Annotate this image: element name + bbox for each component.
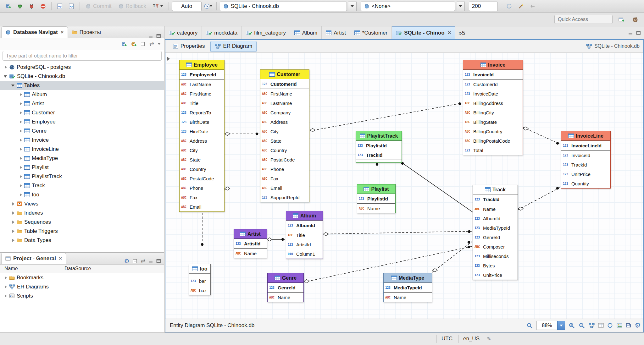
maximize-icon[interactable] xyxy=(156,34,161,38)
entity-customer[interactable]: Customer123CustomerIdABCFirstNameABCLast… xyxy=(260,69,309,202)
view-menu-icon[interactable] xyxy=(158,43,160,45)
tree-item-track[interactable]: Track xyxy=(0,181,164,190)
entity-column-quantity[interactable]: 123Quantity xyxy=(561,179,610,188)
magic-wand-button[interactable] xyxy=(516,1,526,11)
expander-icon[interactable] xyxy=(18,183,24,188)
entity-header[interactable]: InvoiceLine xyxy=(561,131,610,141)
expander-icon[interactable] xyxy=(3,64,8,70)
entity-column-title[interactable]: ABCTitle xyxy=(286,230,323,240)
entity-playlist[interactable]: Playlist123PlaylistIdABCName xyxy=(357,184,396,213)
entity-column-invoiceid[interactable]: 123InvoiceId xyxy=(463,70,523,79)
entity-column-bar[interactable]: 123bar xyxy=(189,276,210,286)
connect-icon[interactable] xyxy=(15,1,25,11)
entity-column-customerid[interactable]: 123CustomerId xyxy=(260,79,309,89)
entity-album[interactable]: Album123AlbumIdABCTitle123ArtistId010Col… xyxy=(286,211,323,259)
entity-header[interactable]: Genre xyxy=(268,273,303,283)
zoom-value[interactable]: 88% xyxy=(536,321,557,330)
entity-header[interactable]: Track xyxy=(473,185,518,194)
gear-icon[interactable]: ⚙ xyxy=(124,258,130,264)
entity-column-composer[interactable]: ABCComposer xyxy=(473,242,518,251)
entity-column-billingpostalcode[interactable]: ABCBillingPostalCode xyxy=(463,136,523,145)
entity-playlisttrack[interactable]: PlaylistTrack123PlaylistId123TrackId xyxy=(356,131,402,163)
editor-tab-category[interactable]: category xyxy=(165,26,202,39)
entity-column-employeeid[interactable]: 123EmployeeId xyxy=(180,70,224,79)
entity-column-invoicedate[interactable]: 123InvoiceDate xyxy=(463,89,523,98)
entity-column-artistid[interactable]: 123ArtistId xyxy=(234,239,267,248)
entity-header[interactable]: foo xyxy=(189,264,210,274)
expander-icon[interactable] xyxy=(18,92,24,97)
entity-track[interactable]: Track123TrackIdABCName123AlbumId123Media… xyxy=(473,185,518,280)
tab-properties[interactable]: Properties xyxy=(169,41,209,52)
expander-icon[interactable] xyxy=(18,165,24,170)
entity-column-state[interactable]: ABCState xyxy=(180,155,224,164)
entity-column-title[interactable]: ABCTitle xyxy=(180,98,224,108)
column-header-datasource[interactable]: DataSource xyxy=(61,266,91,271)
invalidate-icon[interactable] xyxy=(38,1,48,11)
entity-column-billingcountry[interactable]: ABCBillingCountry xyxy=(463,127,523,136)
maximize-icon[interactable] xyxy=(156,259,161,263)
entity-column-lastname[interactable]: ABCLastName xyxy=(180,79,224,89)
entity-column-invoicelineid[interactable]: 123InvoiceLineId xyxy=(561,141,610,150)
new-connection-small-icon[interactable] xyxy=(121,41,127,47)
entity-column-billingaddress[interactable]: ABCBillingAddress xyxy=(463,98,523,108)
entity-header[interactable]: Artist xyxy=(234,229,267,239)
entity-column-fax[interactable]: ABCFax xyxy=(180,193,224,202)
expander-icon[interactable] xyxy=(11,238,16,243)
zoom-combo[interactable]: 88% xyxy=(536,321,565,330)
minimize-icon[interactable] xyxy=(148,34,153,38)
entity-column-firstname[interactable]: ABCFirstName xyxy=(260,89,309,98)
entity-column-postalcode[interactable]: ABCPostalCode xyxy=(260,155,309,164)
entity-artist[interactable]: Artist123ArtistIdABCName xyxy=(234,229,267,258)
tree-item-invoice[interactable]: Invoice xyxy=(0,135,164,145)
entity-column-country[interactable]: ABCCountry xyxy=(180,164,224,174)
entity-header[interactable]: MediaType xyxy=(384,273,432,283)
tree-item-invoiceline[interactable]: InvoiceLine xyxy=(0,145,164,154)
tree-item-views[interactable]: Views xyxy=(0,199,164,208)
entity-column-trackid[interactable]: 123TrackId xyxy=(473,194,518,204)
export-image-icon[interactable] xyxy=(617,323,622,328)
tree-item-mediatype[interactable]: MediaType xyxy=(0,154,164,163)
entity-column-firstname[interactable]: ABCFirstName xyxy=(180,89,224,98)
tree-item-tables[interactable]: Tables xyxy=(0,81,164,90)
sql-editor-icon[interactable]: SQL xyxy=(55,1,65,11)
arrange-diagram-icon[interactable] xyxy=(589,323,595,328)
new-connection-icon[interactable] xyxy=(3,1,13,11)
close-icon[interactable]: × xyxy=(61,29,64,36)
entity-column-trackid[interactable]: 123TrackId xyxy=(356,150,402,160)
tree-item-sequences[interactable]: Sequences xyxy=(0,217,164,227)
entity-column-name[interactable]: ABCName xyxy=(473,204,518,214)
entity-header[interactable]: Playlist xyxy=(357,184,395,194)
entity-column-invoiceid[interactable]: 123InvoiceId xyxy=(561,151,610,160)
commit-button[interactable]: Commit xyxy=(83,1,114,11)
tree-item-employee[interactable]: Employee xyxy=(0,117,164,126)
entity-column-albumid[interactable]: 123AlbumId xyxy=(286,221,323,230)
save-diagram-icon[interactable] xyxy=(626,323,631,328)
palette-toggle-icon[interactable] xyxy=(166,55,171,62)
entity-column-address[interactable]: ABCAddress xyxy=(180,136,224,145)
active-connection-select[interactable]: SQLite - Chinook.db xyxy=(220,2,347,11)
entity-genre[interactable]: Genre123GenreIdABCName xyxy=(267,273,304,302)
minimize-icon[interactable] xyxy=(148,259,153,263)
expander-icon[interactable] xyxy=(18,128,24,134)
expander-icon[interactable] xyxy=(18,101,24,106)
entity-column-baz[interactable]: ABCbaz xyxy=(189,286,210,295)
pencil-icon[interactable]: ✎ xyxy=(487,336,491,342)
entity-column-name[interactable]: ABCName xyxy=(384,293,432,302)
entity-column-city[interactable]: ABCCity xyxy=(260,127,309,136)
tab-project-general[interactable]: Project - General × xyxy=(1,253,66,264)
entity-employee[interactable]: Employee123EmployeeIdABCLastNameABCFirst… xyxy=(179,60,225,212)
entity-column-phone[interactable]: ABCPhone xyxy=(260,164,309,174)
entity-column-supportrepid[interactable]: 123SupportRepId xyxy=(260,193,309,202)
entity-column-city[interactable]: ABCCity xyxy=(180,145,224,155)
entity-column-birthdate[interactable]: 123BirthDate xyxy=(180,117,224,127)
new-connection-wizard-icon[interactable] xyxy=(131,41,137,47)
tree-item-foo[interactable]: foo xyxy=(0,190,164,199)
dbeaver-perspective-button[interactable] xyxy=(630,14,640,25)
expander-icon[interactable] xyxy=(18,156,24,161)
tab-overflow-indicator[interactable]: »5 xyxy=(455,26,468,39)
relation-line-playlisttrack-track[interactable] xyxy=(401,162,473,212)
expander-icon[interactable] xyxy=(11,210,16,216)
tab-database-navigator[interactable]: Database Navigat × xyxy=(1,26,68,38)
entity-column-total[interactable]: 123Total xyxy=(463,145,523,155)
rollback-button[interactable]: Rollback xyxy=(116,1,149,11)
